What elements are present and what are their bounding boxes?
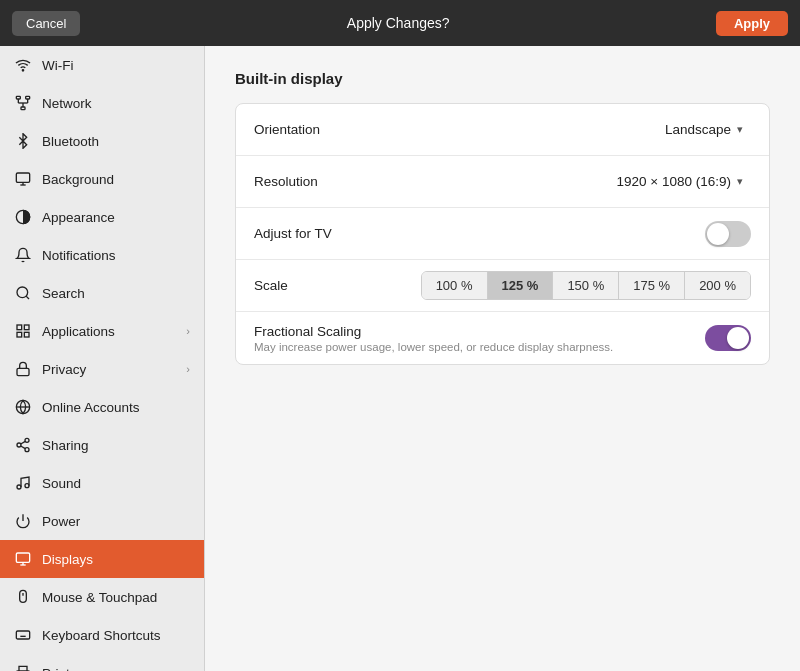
sidebar-item-notifications[interactable]: Notifications <box>0 236 204 274</box>
settings-row-orientation: OrientationLandscape▾ <box>236 104 769 156</box>
sidebar-item-bluetooth[interactable]: Bluetooth <box>0 122 204 160</box>
svg-rect-17 <box>24 332 29 337</box>
svg-point-23 <box>25 448 29 452</box>
sidebar-item-applications[interactable]: Applications› <box>0 312 204 350</box>
sidebar-item-wifi[interactable]: Wi-Fi <box>0 46 204 84</box>
row-main-label-resolution: Resolution <box>254 174 609 189</box>
settings-row-adjust-tv: Adjust for TV <box>236 208 769 260</box>
dropdown-orientation[interactable]: Landscape▾ <box>657 118 751 141</box>
appearance-icon <box>14 208 32 226</box>
row-label-scale: Scale <box>254 278 421 293</box>
sidebar: Wi-FiNetworkBluetoothBackgroundAppearanc… <box>0 46 205 671</box>
notifications-icon <box>14 246 32 264</box>
keyboard-icon <box>14 626 32 644</box>
sidebar-item-sharing[interactable]: Sharing <box>0 426 204 464</box>
dropdown-value-orientation: Landscape <box>665 122 731 137</box>
svg-rect-16 <box>17 332 22 337</box>
svg-rect-32 <box>20 590 27 602</box>
sidebar-item-search[interactable]: Search <box>0 274 204 312</box>
sidebar-item-mouse-touchpad[interactable]: Mouse & Touchpad <box>0 578 204 616</box>
toggle-container-adjust-tv <box>705 221 751 247</box>
scale-btn-150[interactable]: 150 % <box>553 272 619 299</box>
sidebar-item-power[interactable]: Power <box>0 502 204 540</box>
svg-rect-2 <box>26 96 30 99</box>
svg-rect-34 <box>16 631 29 639</box>
row-main-label-scale: Scale <box>254 278 421 293</box>
svg-rect-18 <box>17 368 29 375</box>
sidebar-label-applications: Applications <box>42 324 176 339</box>
svg-point-0 <box>22 70 23 71</box>
svg-point-26 <box>17 485 21 489</box>
sidebar-item-appearance[interactable]: Appearance <box>0 198 204 236</box>
svg-rect-14 <box>17 325 22 330</box>
scale-options: 100 %125 %150 %175 %200 % <box>421 271 751 300</box>
search-icon <box>14 284 32 302</box>
toggle-container-fractional-scaling <box>705 325 751 351</box>
sidebar-label-sound: Sound <box>42 476 190 491</box>
online-accounts-icon <box>14 398 32 416</box>
power-icon <box>14 512 32 530</box>
row-main-label-adjust-tv: Adjust for TV <box>254 226 705 241</box>
content-area: Built-in display OrientationLandscape▾Re… <box>205 46 800 671</box>
sidebar-item-background[interactable]: Background <box>0 160 204 198</box>
settings-row-resolution: Resolution1920 × 1080 (16:9)▾ <box>236 156 769 208</box>
sidebar-item-sound[interactable]: Sound <box>0 464 204 502</box>
printers-icon <box>14 664 32 671</box>
settings-card: OrientationLandscape▾Resolution1920 × 10… <box>235 103 770 365</box>
scale-btn-125[interactable]: 125 % <box>488 272 554 299</box>
sidebar-item-privacy[interactable]: Privacy› <box>0 350 204 388</box>
sidebar-label-wifi: Wi-Fi <box>42 58 190 73</box>
sidebar-item-network[interactable]: Network <box>0 84 204 122</box>
privacy-icon <box>14 360 32 378</box>
scale-btn-100[interactable]: 100 % <box>422 272 488 299</box>
svg-point-12 <box>17 287 28 298</box>
dropdown-arrow-resolution: ▾ <box>737 175 743 188</box>
sidebar-item-displays[interactable]: Displays <box>0 540 204 578</box>
sidebar-label-privacy: Privacy <box>42 362 176 377</box>
toggle-knob-fractional-scaling <box>727 327 749 349</box>
toggle-adjust-tv[interactable] <box>705 221 751 247</box>
svg-rect-29 <box>16 553 29 562</box>
sidebar-label-keyboard-shortcuts: Keyboard Shortcuts <box>42 628 190 643</box>
row-sub-label-fractional-scaling: May increase power usage, lower speed, o… <box>254 341 705 353</box>
settings-row-fractional-scaling: Fractional ScalingMay increase power usa… <box>236 312 769 364</box>
sidebar-item-online-accounts[interactable]: Online Accounts <box>0 388 204 426</box>
row-main-label-fractional-scaling: Fractional Scaling <box>254 324 705 339</box>
sidebar-item-printers[interactable]: Printers <box>0 654 204 671</box>
scale-btn-200[interactable]: 200 % <box>685 272 750 299</box>
sidebar-label-sharing: Sharing <box>42 438 190 453</box>
svg-line-13 <box>26 296 29 299</box>
sidebar-label-printers: Printers <box>42 666 190 672</box>
sidebar-label-mouse-touchpad: Mouse & Touchpad <box>42 590 190 605</box>
row-label-adjust-tv: Adjust for TV <box>254 226 705 241</box>
mouse-icon <box>14 588 32 606</box>
background-icon <box>14 170 32 188</box>
toggle-knob-adjust-tv <box>707 223 729 245</box>
svg-rect-1 <box>16 96 20 99</box>
dropdown-arrow-orientation: ▾ <box>737 123 743 136</box>
topbar: Cancel Apply Changes? Apply <box>0 0 800 46</box>
sidebar-label-online-accounts: Online Accounts <box>42 400 190 415</box>
sidebar-item-keyboard-shortcuts[interactable]: Keyboard Shortcuts <box>0 616 204 654</box>
displays-icon <box>14 550 32 568</box>
sidebar-label-displays: Displays <box>42 552 190 567</box>
main-layout: Wi-FiNetworkBluetoothBackgroundAppearanc… <box>0 46 800 671</box>
applications-icon <box>14 322 32 340</box>
sidebar-label-search: Search <box>42 286 190 301</box>
wifi-icon <box>14 56 32 74</box>
toggle-fractional-scaling[interactable] <box>705 325 751 351</box>
apply-button[interactable]: Apply <box>716 11 788 36</box>
scale-btn-175[interactable]: 175 % <box>619 272 685 299</box>
chevron-right-icon: › <box>186 325 190 337</box>
svg-point-22 <box>17 443 21 447</box>
sidebar-label-appearance: Appearance <box>42 210 190 225</box>
dropdown-resolution[interactable]: 1920 × 1080 (16:9)▾ <box>609 170 751 193</box>
cancel-button[interactable]: Cancel <box>12 11 80 36</box>
svg-rect-8 <box>16 173 29 182</box>
row-label-resolution: Resolution <box>254 174 609 189</box>
sidebar-label-network: Network <box>42 96 190 111</box>
chevron-right-icon: › <box>186 363 190 375</box>
sidebar-label-notifications: Notifications <box>42 248 190 263</box>
topbar-title: Apply Changes? <box>347 15 450 31</box>
sharing-icon <box>14 436 32 454</box>
